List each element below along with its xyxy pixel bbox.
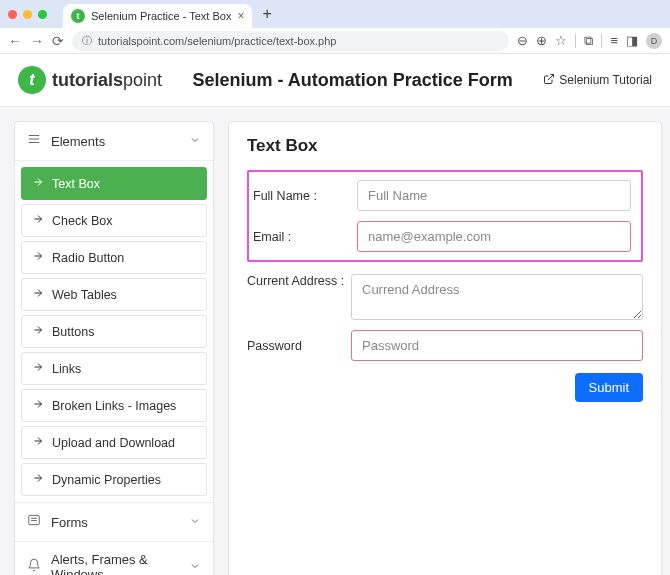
sidebar-item-label: Check Box <box>52 214 112 228</box>
zoom-icon[interactable]: ⊕ <box>536 33 547 48</box>
svg-line-0 <box>548 74 554 80</box>
form-icon <box>27 513 41 531</box>
arrow-right-icon <box>32 287 44 302</box>
key-icon[interactable]: ⊖ <box>517 33 528 48</box>
extensions-icon[interactable]: ⧉ <box>584 33 593 49</box>
page-title: Selenium - Automation Practice Form <box>162 70 543 91</box>
site-info-icon[interactable]: ⓘ <box>82 34 92 48</box>
sidebar-item-radio-button[interactable]: Radio Button <box>21 241 207 274</box>
form-row-address: Current Address : <box>247 274 643 320</box>
profile-avatar[interactable]: D <box>646 33 662 49</box>
new-tab-button[interactable]: + <box>262 5 271 23</box>
arrow-right-icon <box>32 435 44 450</box>
email-input[interactable] <box>357 221 631 252</box>
browser-chrome: t Selenium Practice - Text Box × + ← → ⟳… <box>0 0 670 54</box>
arrow-right-icon <box>32 324 44 339</box>
selenium-tutorial-link[interactable]: Selenium Tutorial <box>543 73 652 88</box>
arrow-right-icon <box>32 361 44 376</box>
separator <box>575 34 576 48</box>
logo-mark-icon: t <box>18 66 46 94</box>
address-label: Current Address : <box>247 274 351 288</box>
sidebar-item-text-box[interactable]: Text Box <box>21 167 207 200</box>
tab-row: t Selenium Practice - Text Box × + <box>0 0 670 28</box>
chevron-down-icon <box>189 132 201 150</box>
password-label: Password <box>247 339 351 353</box>
sidebar-section-label: Forms <box>51 515 179 530</box>
form-row-fullname: Full Name : <box>253 180 631 211</box>
sidebar-list: Text Box Check Box Radio Button Web Tabl… <box>15 161 213 502</box>
sidebar-item-label: Upload and Download <box>52 436 175 450</box>
back-button[interactable]: ← <box>8 33 22 49</box>
sidebar-section-label: Elements <box>51 134 179 149</box>
minimize-window-button[interactable] <box>23 10 32 19</box>
submit-button[interactable]: Submit <box>575 373 643 402</box>
arrow-right-icon <box>32 472 44 487</box>
fullname-input[interactable] <box>357 180 631 211</box>
address-textarea[interactable] <box>351 274 643 320</box>
highlight-box: Full Name : Email : <box>247 170 643 262</box>
sidebar-item-label: Radio Button <box>52 251 124 265</box>
sidebar-item-label: Links <box>52 362 81 376</box>
email-label: Email : <box>253 230 357 244</box>
window-controls <box>8 10 47 19</box>
sidebar-item-dynamic-properties[interactable]: Dynamic Properties <box>21 463 207 496</box>
bookmark-icon[interactable]: ☆ <box>555 33 567 48</box>
external-link-icon <box>543 73 555 88</box>
logo-text: tutorialspoint <box>52 70 162 91</box>
tutorial-link-label: Selenium Tutorial <box>559 73 652 87</box>
sidebar-item-check-box[interactable]: Check Box <box>21 204 207 237</box>
arrow-right-icon <box>32 176 44 191</box>
arrow-right-icon <box>32 213 44 228</box>
sidebar: Elements Text Box Check Box Radio Button… <box>14 121 214 575</box>
close-tab-icon[interactable]: × <box>237 9 244 23</box>
reload-button[interactable]: ⟳ <box>52 33 64 49</box>
sidebar-item-label: Buttons <box>52 325 94 339</box>
forward-button[interactable]: → <box>30 33 44 49</box>
sidebar-section-alerts[interactable]: Alerts, Frames & Windows <box>15 542 213 575</box>
sidebar-section-label: Alerts, Frames & Windows <box>51 552 179 575</box>
content-panel: Text Box Full Name : Email : Current Add… <box>228 121 662 575</box>
main-wrap: Elements Text Box Check Box Radio Button… <box>0 107 670 575</box>
chrome-toolbar-icons: ⊖ ⊕ ☆ ⧉ ≡ ◨ D <box>517 33 662 49</box>
form-row-email: Email : <box>253 221 631 252</box>
svg-rect-13 <box>29 515 40 524</box>
sidebar-section-forms[interactable]: Forms <box>15 502 213 542</box>
separator <box>601 34 602 48</box>
menu-icon <box>27 132 41 150</box>
address-row: ← → ⟳ ⓘ tutorialspoint.com/selenium/prac… <box>0 28 670 54</box>
sidebar-item-label: Dynamic Properties <box>52 473 161 487</box>
chevron-down-icon <box>189 558 201 575</box>
site-logo[interactable]: t tutorialspoint <box>18 66 162 94</box>
fullname-label: Full Name : <box>253 189 357 203</box>
content-heading: Text Box <box>247 136 643 156</box>
sidebar-item-upload-download[interactable]: Upload and Download <box>21 426 207 459</box>
sidebar-section-elements[interactable]: Elements <box>15 122 213 161</box>
bell-icon <box>27 558 41 575</box>
sidebar-item-label: Text Box <box>52 177 100 191</box>
sidebar-item-label: Broken Links - Images <box>52 399 176 413</box>
sidepanel-icon[interactable]: ◨ <box>626 33 638 48</box>
address-bar[interactable]: ⓘ tutorialspoint.com/selenium/practice/t… <box>72 31 509 51</box>
sidebar-item-buttons[interactable]: Buttons <box>21 315 207 348</box>
url-text: tutorialspoint.com/selenium/practice/tex… <box>98 35 336 47</box>
sidebar-item-broken-links[interactable]: Broken Links - Images <box>21 389 207 422</box>
form-row-password: Password <box>247 330 643 361</box>
tab-title: Selenium Practice - Text Box <box>91 10 231 22</box>
chevron-down-icon <box>189 513 201 531</box>
arrow-right-icon <box>32 250 44 265</box>
submit-row: Submit <box>247 373 643 402</box>
password-input[interactable] <box>351 330 643 361</box>
maximize-window-button[interactable] <box>38 10 47 19</box>
page-header: t tutorialspoint Selenium - Automation P… <box>0 54 670 107</box>
favicon-icon: t <box>71 9 85 23</box>
sidebar-item-web-tables[interactable]: Web Tables <box>21 278 207 311</box>
browser-tab[interactable]: t Selenium Practice - Text Box × <box>63 4 252 28</box>
arrow-right-icon <box>32 398 44 413</box>
playlist-icon[interactable]: ≡ <box>610 33 618 48</box>
sidebar-item-links[interactable]: Links <box>21 352 207 385</box>
close-window-button[interactable] <box>8 10 17 19</box>
sidebar-item-label: Web Tables <box>52 288 117 302</box>
